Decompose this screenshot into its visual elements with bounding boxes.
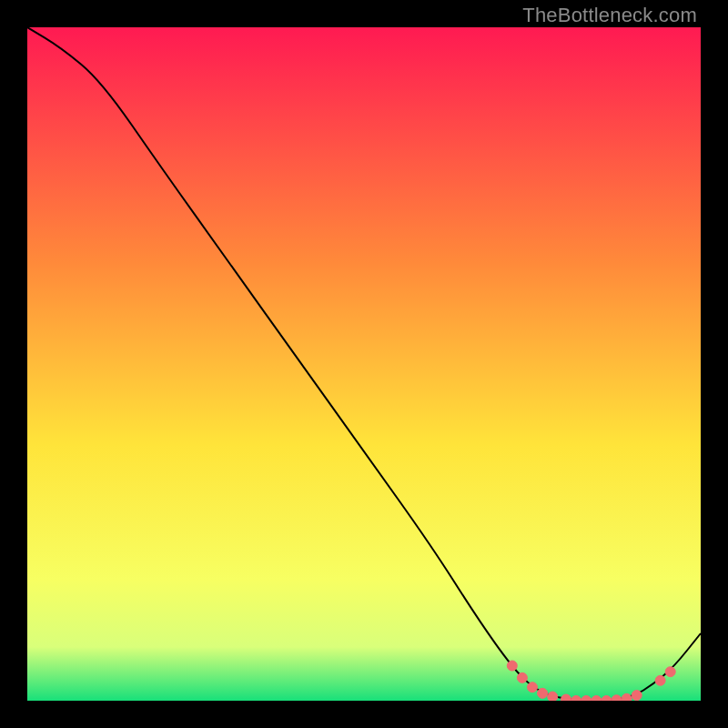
- chart-frame: [27, 27, 701, 701]
- curve-marker: [561, 694, 571, 701]
- watermark-text: TheBottleneck.com: [522, 4, 697, 27]
- gradient-background: [27, 27, 701, 701]
- chart-svg: [27, 27, 701, 701]
- curve-marker: [655, 675, 665, 685]
- curve-marker: [507, 661, 517, 671]
- curve-marker: [612, 695, 622, 701]
- curve-marker: [548, 692, 558, 701]
- curve-marker: [632, 691, 642, 701]
- curve-marker: [538, 688, 548, 698]
- curve-marker: [622, 693, 632, 701]
- curve-marker: [517, 672, 527, 682]
- curve-marker: [528, 682, 538, 693]
- curve-marker: [665, 667, 675, 677]
